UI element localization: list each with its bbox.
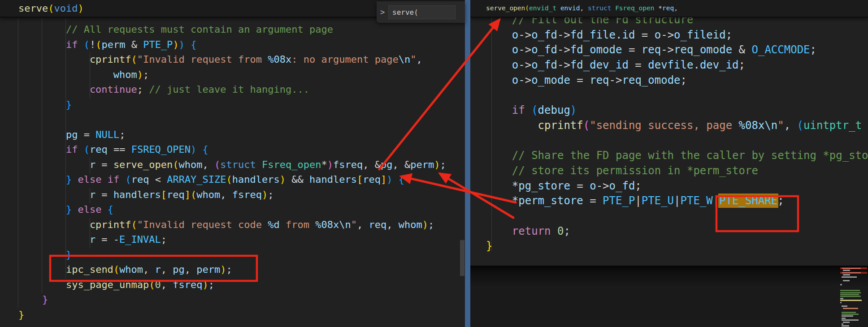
code-line[interactable]: } [0, 292, 465, 307]
code-line[interactable] [470, 209, 868, 224]
code-line[interactable]: return 0; [470, 224, 868, 239]
code-line[interactable]: ipc_send(whom, r, pg, perm); [0, 262, 465, 277]
code-line[interactable]: pg = NULL; [0, 127, 465, 142]
minimap-row [840, 284, 842, 285]
code-line[interactable]: o->o_fd->fd_dev_id = devfile.dev_id; [470, 58, 868, 73]
minimap-row [843, 274, 850, 275]
find-widget: > [377, 1, 465, 23]
code-line[interactable]: } [470, 239, 868, 254]
minimap-row [840, 290, 860, 291]
code-line[interactable]: whom); [0, 67, 465, 82]
code-line[interactable]: r = handlers[req](whom, fsreq); [0, 187, 465, 202]
code-line[interactable] [470, 133, 868, 149]
minimap-row [842, 312, 856, 313]
code-line[interactable]: cprintf("Invalid request code %d from %0… [0, 217, 465, 232]
editor-pane-left[interactable]: // All requests must contain an argument… [0, 0, 465, 327]
code-line[interactable]: *pg_store = o->o_fd; [470, 179, 868, 194]
code-line[interactable]: *perm_store = PTE_P|PTE_U|PTE_W|PTE_SHAR… [470, 194, 868, 209]
minimap-row [842, 319, 859, 321]
code-area-right[interactable]: // Fill out the Fd structureo->o_fd->fd_… [470, 13, 868, 254]
minimap-row [842, 315, 853, 317]
code-line[interactable]: serve_open(envid_t envid, struct Fsreq_o… [470, 0, 868, 17]
code-line[interactable]: } else if (req < ARRAY_SIZE(handlers) &&… [0, 172, 465, 187]
minimap-row [843, 280, 850, 281]
code-line[interactable]: r = -E_INVAL; [0, 232, 465, 247]
minimap-row [842, 323, 843, 325]
code-line[interactable]: } [0, 307, 465, 323]
code-line[interactable] [470, 88, 868, 103]
code-area-left[interactable]: // All requests must contain an argument… [0, 22, 465, 322]
minimap-row [840, 292, 861, 293]
code-line[interactable]: cprintf("Invalid request from %08x: no a… [0, 52, 465, 67]
editor-pane-right[interactable]: // Fill out the Fd structureo->o_fd->fd_… [470, 0, 868, 266]
code-line[interactable]: if (req == FSREQ_OPEN) { [0, 142, 465, 157]
minimap-row [843, 322, 850, 323]
minimap-row [842, 305, 847, 307]
minimap-row [842, 314, 859, 315]
code-line[interactable]: // Share the FD page with the caller by … [470, 148, 868, 164]
code-line[interactable]: o->o_fd->fd_file.id = o->o_fileid; [470, 28, 868, 43]
code-line[interactable] [0, 112, 465, 127]
code-line[interactable]: // All requests must contain an argument… [0, 22, 465, 37]
minimap-row [840, 302, 842, 303]
scrollbar-thumb[interactable] [460, 240, 464, 276]
code-line[interactable]: if (debug) [470, 103, 868, 118]
minimap-row [840, 300, 862, 301]
minimap[interactable] [840, 267, 867, 326]
code-line[interactable]: } else { [0, 202, 465, 217]
minimap-row [840, 294, 859, 295]
minimap-row [843, 308, 858, 309]
editor-pane-lower-right[interactable] [470, 266, 868, 327]
minimap-row [843, 270, 850, 271]
code-line[interactable]: if (!(perm & PTE_P)) { [0, 37, 465, 52]
code-line[interactable]: o->o_mode = req->req_omode; [470, 73, 868, 88]
chevron-right-icon[interactable]: > [377, 8, 388, 17]
code-line[interactable]: o->o_fd->fd_omode = req->req_omode & O_A… [470, 43, 868, 58]
minimap-row [842, 325, 849, 327]
code-line[interactable]: r = serve_open(whom, (struct Fsreq_open*… [0, 157, 465, 172]
code-line[interactable]: cprintf("sending success, page %08x\n", … [470, 118, 868, 133]
code-line[interactable]: // store its permission in *perm_store [470, 164, 868, 179]
sticky-scroll-header-right[interactable]: serve_open(envid_t envid, struct Fsreq_o… [470, 0, 868, 17]
minimap-row [840, 267, 867, 269]
code-line[interactable]: sys_page_unmap(0, fsreq); [0, 277, 465, 293]
minimap-row [842, 276, 857, 278]
minimap-row [840, 298, 843, 299]
code-editor-window: // All requests must contain an argument… [0, 0, 868, 327]
code-line[interactable]: } [0, 97, 465, 112]
minimap-row [840, 296, 861, 297]
code-line[interactable]: continue; // just leave it hanging... [0, 82, 465, 97]
editor-sash[interactable] [465, 0, 470, 327]
find-input[interactable] [388, 5, 456, 19]
minimap-row [840, 272, 867, 274]
code-line[interactable]: } [0, 247, 465, 262]
minimap-row [842, 318, 846, 319]
